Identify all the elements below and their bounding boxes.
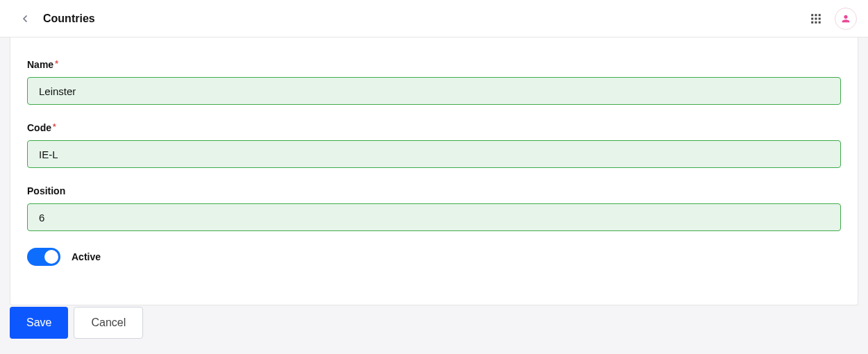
user-icon: [840, 13, 851, 24]
svg-rect-5: [819, 17, 821, 19]
form-card: Name* Code* Position Active: [10, 37, 858, 305]
page-header: Countries: [0, 0, 868, 37]
svg-rect-3: [811, 17, 813, 19]
code-input[interactable]: [27, 140, 841, 168]
user-avatar[interactable]: [835, 8, 857, 30]
svg-rect-2: [819, 14, 821, 16]
svg-rect-0: [811, 14, 813, 16]
header-right: [807, 8, 857, 30]
svg-rect-8: [819, 21, 821, 23]
name-input[interactable]: [27, 77, 841, 105]
cancel-button[interactable]: Cancel: [74, 307, 143, 339]
svg-rect-1: [815, 14, 817, 16]
code-label: Code*: [27, 122, 56, 133]
svg-rect-7: [815, 21, 817, 23]
position-field: Position: [27, 185, 841, 231]
active-field: Active: [27, 248, 841, 266]
required-star-icon: *: [55, 59, 58, 69]
svg-rect-4: [815, 17, 817, 19]
page-title: Countries: [43, 12, 95, 25]
position-label: Position: [27, 185, 65, 196]
code-field: Code*: [27, 121, 841, 168]
code-label-text: Code: [27, 122, 51, 133]
name-label-text: Name: [27, 59, 53, 70]
header-left: Countries: [19, 12, 95, 25]
required-star-icon: *: [53, 122, 56, 132]
save-button[interactable]: Save: [10, 307, 68, 339]
footer-actions: Save Cancel: [0, 307, 868, 339]
svg-rect-6: [811, 21, 813, 23]
toggle-knob: [44, 250, 58, 264]
active-toggle[interactable]: [27, 248, 60, 266]
apps-grid-icon[interactable]: [807, 10, 825, 28]
name-field: Name*: [27, 58, 841, 105]
active-label: Active: [72, 251, 101, 262]
position-input[interactable]: [27, 203, 841, 231]
back-icon[interactable]: [19, 13, 31, 24]
name-label: Name*: [27, 59, 58, 70]
